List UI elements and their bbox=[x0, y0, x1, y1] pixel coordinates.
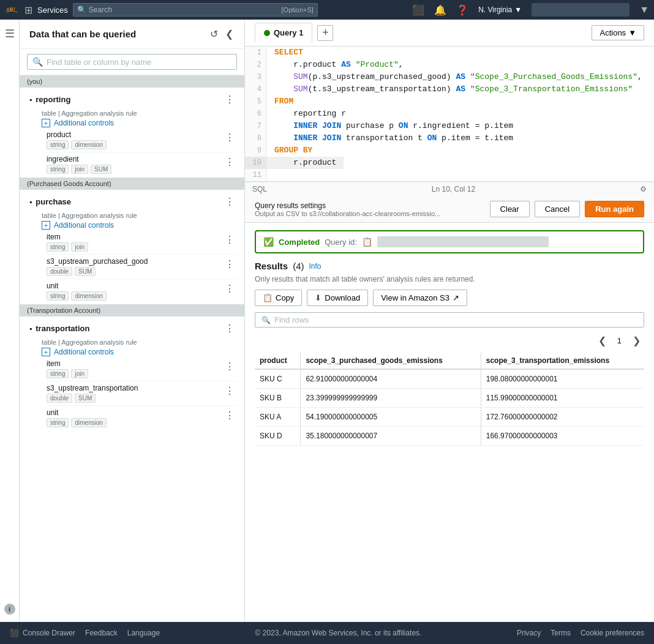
badge-join: join bbox=[71, 165, 88, 174]
results-info-link[interactable]: Info bbox=[309, 262, 321, 271]
actions-chevron-icon: ▼ bbox=[628, 28, 636, 37]
account-section-transport: (Transportation Account) bbox=[20, 304, 244, 316]
additional-controls-purchase: + Additional controls bbox=[29, 219, 237, 231]
table-row: SKU D 35.180000000000007 166.97000000000… bbox=[255, 427, 644, 446]
column-search-input[interactable] bbox=[47, 58, 231, 67]
column-product-name: product bbox=[47, 130, 107, 139]
next-page-button[interactable]: ❯ bbox=[629, 334, 644, 348]
settings-gear-icon[interactable]: ⚙ bbox=[640, 185, 647, 193]
table-transportation-meta: table | Aggregation analysis rule bbox=[42, 339, 237, 346]
terminal-icon[interactable]: ⬛ bbox=[412, 4, 424, 16]
pagination: ❮ 1 ❯ bbox=[255, 334, 644, 348]
table-purchase-collapse-icon[interactable]: ▪ bbox=[29, 198, 32, 206]
column-unit-2-menu[interactable]: ⋮ bbox=[222, 408, 237, 422]
column-unit-1-menu[interactable]: ⋮ bbox=[222, 282, 237, 296]
language-link[interactable]: Language bbox=[127, 629, 160, 637]
column-ingredient-menu[interactable]: ⋮ bbox=[222, 155, 237, 169]
table-row: SKU A 54.190000000000005 172.76000000000… bbox=[255, 408, 644, 427]
download-button[interactable]: ⬇ Download bbox=[307, 290, 368, 306]
info-icon[interactable]: i bbox=[4, 604, 15, 615]
view-s3-button[interactable]: View in Amazon S3 ↗ bbox=[373, 290, 467, 306]
additional-controls-transport: + Additional controls bbox=[29, 346, 237, 358]
table-transportation-collapse-icon[interactable]: ▪ bbox=[29, 324, 32, 333]
col-divider-5 bbox=[47, 405, 237, 406]
find-rows-wrap: 🔍 bbox=[255, 312, 644, 328]
cell-scope3p-1: 62.910000000000004 bbox=[301, 369, 481, 389]
cancel-button[interactable]: Cancel bbox=[535, 201, 580, 217]
column-item-2-menu[interactable]: ⋮ bbox=[222, 359, 237, 373]
chevron-down-icon: ▼ bbox=[514, 6, 522, 14]
console-drawer-label: Console Drawer bbox=[23, 629, 75, 637]
column-product-badges: string dimension bbox=[47, 140, 107, 149]
query-settings-title: Query results settings bbox=[255, 201, 440, 210]
download-label: Download bbox=[325, 293, 360, 302]
additional-controls-label-2[interactable]: Additional controls bbox=[54, 221, 114, 230]
help-icon[interactable]: ❓ bbox=[456, 4, 468, 16]
query-settings-info: Query results settings Output as CSV to … bbox=[255, 201, 440, 217]
feedback-link[interactable]: Feedback bbox=[85, 629, 118, 637]
services-link[interactable]: Services bbox=[37, 6, 68, 15]
additional-controls-label[interactable]: Additional controls bbox=[54, 119, 114, 127]
query-settings-output: Output as CSV to s3://collaboration-acc-… bbox=[255, 210, 440, 217]
refresh-button[interactable]: ↺ bbox=[209, 27, 219, 41]
badge-dimension: dimension bbox=[71, 140, 107, 149]
hamburger-icon[interactable]: ☰ bbox=[5, 27, 15, 40]
additional-controls-label-3[interactable]: Additional controls bbox=[54, 348, 114, 356]
privacy-link[interactable]: Privacy bbox=[517, 629, 541, 637]
code-editor[interactable]: 1 SELECT 2 r.product AS "Product", 3 SUM… bbox=[245, 47, 654, 181]
page-number: 1 bbox=[612, 335, 626, 346]
bottom-bar: ⬛ Console Drawer Feedback Language © 202… bbox=[0, 622, 654, 644]
column-product-menu[interactable]: ⋮ bbox=[222, 130, 237, 144]
collapse-button[interactable]: ❮ bbox=[224, 27, 235, 41]
results-toolbar: 📋 Copy ⬇ Download View in Amazon S3 ↗ bbox=[255, 290, 644, 306]
table-reporting-collapse-icon[interactable]: ▪ bbox=[29, 95, 32, 104]
clear-button[interactable]: Clear bbox=[490, 201, 530, 217]
table-purchase-menu[interactable]: ⋮ bbox=[222, 195, 237, 209]
results-header: Results (4) Info bbox=[255, 261, 644, 271]
code-line-3: 3 SUM(p.s3_upstream_purchased_good) AS "… bbox=[245, 71, 654, 83]
column-s3-transport: s3_upstream_transportation double SUM ⋮ bbox=[29, 383, 237, 404]
actions-button[interactable]: Actions ▼ bbox=[592, 25, 644, 40]
column-ingredient-info: ingredient string join SUM bbox=[47, 155, 111, 174]
search-small-icon: 🔍 bbox=[32, 57, 43, 67]
col-divider bbox=[47, 152, 237, 152]
panel-content: (you) ▪ reporting ⋮ table | Aggregation … bbox=[20, 75, 244, 622]
badge-string: string bbox=[47, 140, 69, 149]
cookie-prefs-link[interactable]: Cookie preferences bbox=[581, 629, 644, 637]
table-header-row: product scope_3_purchased_goods_emission… bbox=[255, 353, 644, 369]
plus-icon-3: + bbox=[42, 348, 50, 356]
column-product: product string dimension ⋮ bbox=[29, 129, 237, 151]
terms-link[interactable]: Terms bbox=[551, 629, 571, 637]
run-again-button[interactable]: Run again bbox=[585, 201, 644, 217]
copy-id-button[interactable]: 📋 bbox=[362, 237, 372, 247]
cell-scope3t-1: 198.08000000000001 bbox=[481, 369, 644, 389]
cell-product-2: SKU B bbox=[255, 389, 301, 408]
tab-query1[interactable]: Query 1 bbox=[255, 23, 312, 43]
grid-menu-icon[interactable]: ⊞ bbox=[24, 4, 32, 16]
query-settings: Query results settings Output as CSV to … bbox=[245, 196, 654, 223]
terminal-small-icon: ⬛ bbox=[10, 629, 19, 637]
panel-actions: ↺ ❮ bbox=[209, 27, 235, 41]
aws-logo bbox=[5, 5, 20, 15]
cell-scope3t-4: 166.97000000000003 bbox=[481, 427, 644, 446]
table-transportation-menu[interactable]: ⋮ bbox=[222, 321, 237, 335]
copy-button[interactable]: 📋 Copy bbox=[255, 290, 302, 306]
column-s3-transport-menu[interactable]: ⋮ bbox=[222, 384, 237, 398]
top-navigation: ⊞ Services 🔍 [Option+S] ⬛ 🔔 ❓ N. Virgini… bbox=[0, 0, 654, 20]
region-selector[interactable]: N. Virginia ▼ bbox=[478, 6, 522, 14]
nav-icons: ⬛ 🔔 ❓ N. Virginia ▼ ▼ bbox=[412, 3, 649, 17]
tab-status-dot bbox=[264, 30, 270, 36]
table-transportation-name: ▪ transportation bbox=[29, 324, 89, 333]
account-arrow-icon[interactable]: ▼ bbox=[639, 4, 649, 15]
prev-page-button[interactable]: ❮ bbox=[595, 334, 610, 348]
add-tab-button[interactable]: + bbox=[317, 25, 333, 41]
bell-icon[interactable]: 🔔 bbox=[434, 4, 446, 16]
column-item-menu[interactable]: ⋮ bbox=[222, 233, 237, 247]
table-reporting: ▪ reporting ⋮ table | Aggregation analys… bbox=[20, 88, 244, 178]
search-input[interactable] bbox=[89, 6, 279, 14]
find-rows-input[interactable] bbox=[274, 315, 637, 324]
table-reporting-menu[interactable]: ⋮ bbox=[222, 92, 237, 107]
column-s3-purchased-menu[interactable]: ⋮ bbox=[222, 257, 237, 271]
table-purchase-name: ▪ purchase bbox=[29, 197, 71, 206]
console-drawer-button[interactable]: ⬛ Console Drawer bbox=[10, 629, 75, 637]
